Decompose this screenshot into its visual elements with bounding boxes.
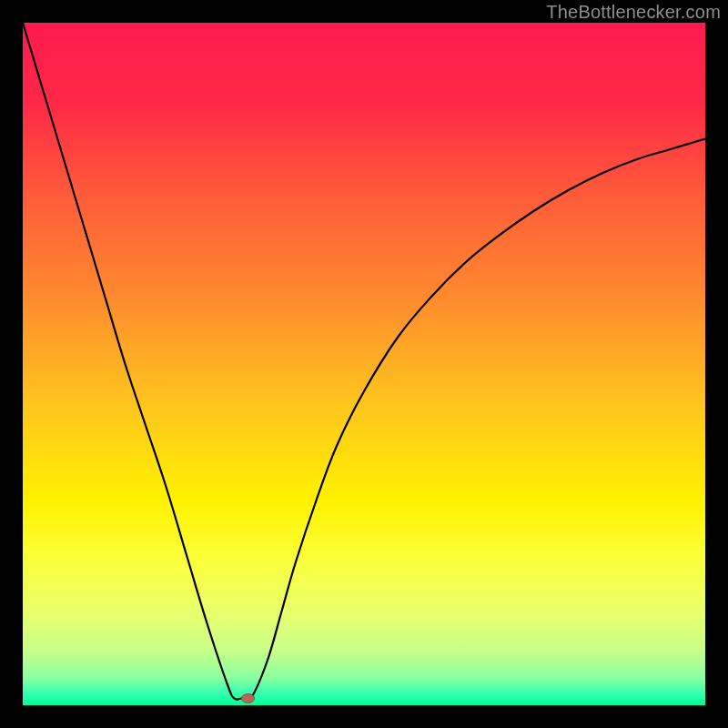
- figure-root: TheBottlenecker.com: [0, 0, 728, 728]
- chart-curve-layer: [23, 23, 705, 705]
- bottleneck-curve: [23, 23, 705, 700]
- plot-area: [23, 23, 705, 705]
- optimal-point-marker: [242, 694, 255, 703]
- watermark-text: TheBottlenecker.com: [546, 2, 721, 23]
